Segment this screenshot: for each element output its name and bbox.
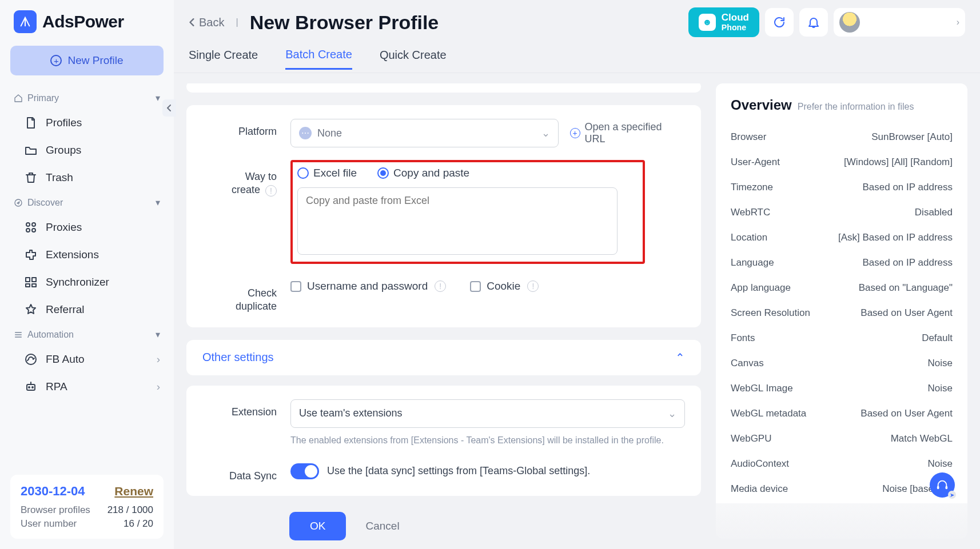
overview-row: AudioContextNoise [731, 451, 953, 476]
paste-textarea[interactable] [297, 187, 618, 255]
plus-circle-icon: + [50, 55, 62, 66]
checkbox-username-password[interactable]: Username and password ! [290, 280, 446, 292]
sidebar-item-rpa[interactable]: RPA › [10, 373, 164, 400]
extension-hint: The enabled extensions from [Extensions … [290, 434, 685, 447]
tabs: Single Create Batch Create Quick Create [174, 45, 980, 73]
data-sync-toggle[interactable] [290, 463, 319, 479]
help-icon[interactable]: ! [265, 185, 277, 197]
chevron-up-icon: ⌃ [675, 351, 685, 364]
plus-circle-icon: + [570, 128, 580, 138]
logo-mark-icon [14, 10, 37, 33]
overview-value: Default [922, 332, 953, 344]
form-card-other: Extension Use team's extensions ⌄ The en… [186, 386, 701, 496]
profiles-count-value: 218 / 1000 [107, 504, 153, 516]
overview-key: WebGL Image [731, 383, 793, 394]
radio-copy-paste[interactable]: Copy and paste [377, 167, 469, 179]
sidebar-footer-card: 2030-12-04 Renew Browser profiles 218 / … [10, 475, 164, 539]
support-fab[interactable]: ➤ [930, 472, 955, 498]
renew-link[interactable]: Renew [114, 484, 153, 498]
radio-unchecked-icon [297, 167, 309, 179]
section-other-settings[interactable]: Other settings ⌃ [186, 340, 701, 375]
sync-button[interactable] [765, 8, 794, 37]
overview-key: Fonts [731, 332, 755, 344]
overview-key: Canvas [731, 358, 764, 369]
overview-row: WebRTCDisabled [731, 200, 953, 225]
radio-excel-file[interactable]: Excel file [297, 167, 357, 179]
logo[interactable]: AdsPower [10, 10, 164, 33]
sidebar-item-groups[interactable]: Groups [10, 137, 164, 164]
chevron-right-icon: › [157, 353, 160, 366]
overview-row: WebGPUMatch WebGL [731, 426, 953, 451]
svg-rect-7 [26, 284, 30, 287]
overview-value: [Ask] Based on IP address [838, 232, 953, 243]
extension-select[interactable]: Use team's extensions ⌄ [290, 399, 685, 428]
overview-value: Based on User Agent [861, 408, 953, 419]
overview-row: WebGL metadataBased on User Agent [731, 401, 953, 426]
svg-rect-14 [946, 486, 948, 490]
notifications-button[interactable] [799, 8, 828, 37]
sidebar: AdsPower + New Profile Primary ▾ Profile… [0, 0, 174, 549]
overview-key: WebRTC [731, 207, 770, 218]
svg-point-1 [26, 223, 30, 226]
svg-point-4 [32, 229, 35, 232]
new-profile-label: New Profile [67, 54, 123, 67]
topbar: Back | New Browser Profile ☻ CloudPhone … [174, 0, 980, 45]
tab-batch-create[interactable]: Batch Create [285, 48, 352, 70]
main: Back | New Browser Profile ☻ CloudPhone … [174, 0, 980, 549]
overview-row: User-Agent[Windows] [All] [Random] [731, 150, 953, 175]
trash-icon [24, 171, 38, 185]
sidebar-item-synchronizer[interactable]: Synchronizer [10, 269, 164, 296]
back-button[interactable]: Back [189, 16, 224, 29]
overview-row: FontsDefault [731, 326, 953, 351]
platform-select[interactable]: ⋯ None ⌄ [290, 119, 559, 147]
help-icon[interactable]: ! [435, 280, 446, 292]
sidebar-item-proxies[interactable]: Proxies [10, 214, 164, 241]
tab-single-create[interactable]: Single Create [189, 49, 258, 69]
field-label-platform: Platform [202, 119, 277, 138]
checkbox-empty-icon [470, 281, 481, 292]
sidebar-item-trash[interactable]: Trash [10, 164, 164, 191]
overview-value: Noise [928, 383, 953, 394]
cancel-button[interactable]: Cancel [356, 520, 408, 532]
overview-key: User-Agent [731, 157, 780, 168]
overview-value: Based on User Agent [861, 307, 953, 319]
chevron-down-icon: ▾ [156, 197, 160, 208]
field-label-data-sync: Data Sync [202, 463, 277, 482]
checkbox-cookie[interactable]: Cookie ! [470, 280, 539, 292]
form-card-main: Platform ⋯ None ⌄ + Open a specified URL [186, 105, 701, 327]
overview-key: Screen Resolution [731, 307, 810, 319]
tab-quick-create[interactable]: Quick Create [380, 49, 447, 69]
overview-row: LanguageBased on IP address [731, 250, 953, 275]
new-profile-button[interactable]: + New Profile [10, 46, 164, 75]
sidebar-item-extensions[interactable]: Extensions [10, 241, 164, 269]
sidebar-item-fb-auto[interactable]: FB Auto › [10, 346, 164, 373]
chevron-right-icon: › [957, 17, 959, 27]
nav-group-automation[interactable]: Automation ▾ [10, 323, 164, 346]
overview-key: WebGL metadata [731, 408, 806, 419]
cloud-phone-icon: ☻ [699, 14, 716, 31]
footer-actions: OK Cancel [186, 503, 967, 549]
help-icon[interactable]: ! [527, 280, 539, 292]
cloud-phone-button[interactable]: ☻ CloudPhone [688, 7, 759, 37]
file-icon [24, 116, 38, 130]
overview-row: Screen ResolutionBased on User Agent [731, 300, 953, 326]
field-label-extension: Extension [202, 399, 277, 418]
way-to-create-highlight: Excel file Copy and paste [290, 160, 645, 264]
fab-badge-icon: ➤ [948, 491, 956, 499]
overview-row: BrowserSunBrowser [Auto] [731, 125, 953, 150]
sidebar-item-referral[interactable]: Referral [10, 296, 164, 323]
overview-key: Location [731, 232, 767, 243]
nav-group-discover[interactable]: Discover ▾ [10, 191, 164, 214]
svg-rect-8 [32, 284, 36, 287]
svg-rect-5 [26, 278, 30, 282]
overview-value: Based on "Language" [859, 282, 953, 294]
account-menu[interactable]: › [834, 8, 965, 37]
overview-key: AudioContext [731, 458, 789, 470]
nav-group-primary[interactable]: Primary ▾ [10, 87, 164, 109]
overview-row: TimezoneBased on IP address [731, 175, 953, 200]
sidebar-item-profiles[interactable]: Profiles [10, 109, 164, 137]
ok-button[interactable]: OK [289, 512, 346, 540]
overview-value: Noise [928, 458, 953, 470]
svg-point-12 [32, 387, 33, 388]
open-specified-url-link[interactable]: + Open a specified URL [570, 121, 685, 145]
